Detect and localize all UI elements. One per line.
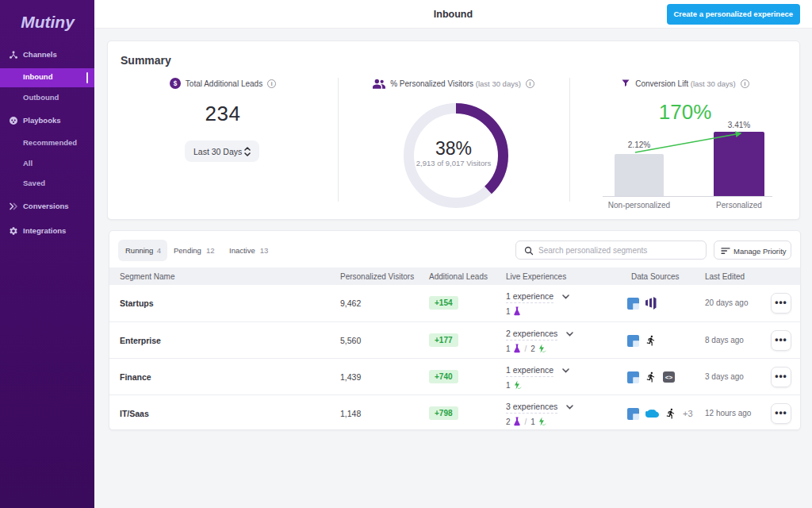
svg-text:$: $ — [174, 80, 178, 87]
svg-text:<>: <> — [665, 374, 673, 381]
svg-text:Mutiny: Mutiny — [21, 13, 75, 31]
